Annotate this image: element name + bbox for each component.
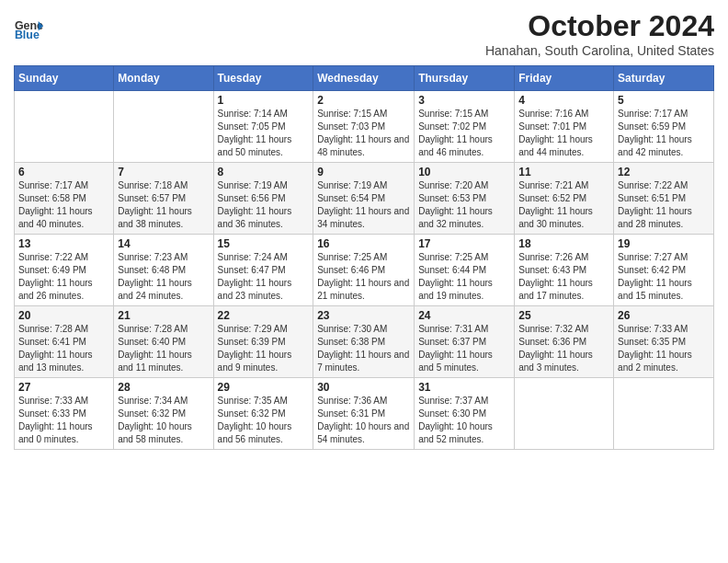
day-number: 26 [618,309,710,322]
sunrise: Sunrise: 7:22 AM [18,252,88,262]
day-info: Sunrise: 7:22 AM Sunset: 6:49 PM Dayligh… [18,251,109,303]
calendar-cell: 15 Sunrise: 7:24 AM Sunset: 6:47 PM Dayl… [213,235,313,306]
calendar-cell: 25 Sunrise: 7:32 AM Sunset: 6:36 PM Dayl… [515,306,614,378]
sunrise: Sunrise: 7:19 AM [218,180,288,190]
daylight: Daylight: 11 hours and 26 minutes. [18,278,93,301]
sunrise: Sunrise: 7:34 AM [118,396,188,406]
daylight: Daylight: 11 hours and 15 minutes. [618,278,692,301]
logo: General Blue [14,9,46,42]
sunset: Sunset: 6:38 PM [317,337,385,347]
daylight: Daylight: 11 hours and 28 minutes. [618,206,692,229]
day-info: Sunrise: 7:15 AM Sunset: 7:03 PM Dayligh… [317,108,410,159]
sunrise: Sunrise: 7:17 AM [18,180,88,190]
calendar-cell: 1 Sunrise: 7:14 AM Sunset: 7:05 PM Dayli… [213,91,313,163]
calendar-cell: 10 Sunrise: 7:20 AM Sunset: 6:53 PM Dayl… [415,163,515,235]
day-info: Sunrise: 7:25 AM Sunset: 6:44 PM Dayligh… [418,251,510,303]
day-number: 16 [317,237,410,250]
sunset: Sunset: 6:33 PM [18,408,86,419]
day-info: Sunrise: 7:15 AM Sunset: 7:02 PM Dayligh… [418,108,510,159]
sunset: Sunset: 6:58 PM [18,193,86,203]
calendar-cell: 11 Sunrise: 7:21 AM Sunset: 6:52 PM Dayl… [515,163,614,235]
sunrise: Sunrise: 7:33 AM [18,396,88,406]
col-wednesday: Wednesday [313,66,415,91]
daylight: Daylight: 11 hours and 7 minutes. [317,350,409,373]
sunrise: Sunrise: 7:30 AM [317,324,387,334]
day-number: 14 [118,237,209,250]
calendar-cell: 28 Sunrise: 7:34 AM Sunset: 6:32 PM Dayl… [114,378,213,450]
sunset: Sunset: 6:43 PM [518,265,586,275]
day-info: Sunrise: 7:17 AM Sunset: 6:58 PM Dayligh… [18,179,109,231]
col-thursday: Thursday [415,66,515,91]
daylight: Daylight: 11 hours and 48 minutes. [317,134,409,157]
calendar-cell: 7 Sunrise: 7:18 AM Sunset: 6:57 PM Dayli… [114,163,213,235]
daylight: Daylight: 11 hours and 11 minutes. [118,350,192,373]
calendar-cell: 30 Sunrise: 7:36 AM Sunset: 6:31 PM Dayl… [313,378,415,450]
sunrise: Sunrise: 7:18 AM [118,180,188,190]
day-number: 4 [518,94,609,107]
day-info: Sunrise: 7:14 AM Sunset: 7:05 PM Dayligh… [218,108,310,159]
sunset: Sunset: 6:53 PM [418,193,486,203]
sunset: Sunset: 6:42 PM [618,265,686,275]
calendar-cell: 18 Sunrise: 7:26 AM Sunset: 6:43 PM Dayl… [515,235,614,306]
day-info: Sunrise: 7:31 AM Sunset: 6:37 PM Dayligh… [418,323,510,374]
calendar-cell: 5 Sunrise: 7:17 AM Sunset: 6:59 PM Dayli… [614,91,714,163]
sunrise: Sunrise: 7:32 AM [518,324,588,334]
day-info: Sunrise: 7:27 AM Sunset: 6:42 PM Dayligh… [618,251,710,303]
sunrise: Sunrise: 7:15 AM [317,109,387,119]
sunset: Sunset: 7:03 PM [317,121,385,132]
daylight: Daylight: 11 hours and 24 minutes. [118,278,192,301]
sunrise: Sunrise: 7:25 AM [418,252,488,262]
calendar-cell: 16 Sunrise: 7:25 AM Sunset: 6:46 PM Dayl… [313,235,415,306]
week-row-3: 13 Sunrise: 7:22 AM Sunset: 6:49 PM Dayl… [15,235,714,306]
sunrise: Sunrise: 7:35 AM [218,396,288,406]
col-tuesday: Tuesday [213,66,313,91]
calendar-cell: 19 Sunrise: 7:27 AM Sunset: 6:42 PM Dayl… [614,235,714,306]
sunset: Sunset: 6:51 PM [618,193,686,203]
daylight: Daylight: 10 hours and 52 minutes. [418,421,493,444]
day-number: 8 [218,166,310,178]
day-info: Sunrise: 7:17 AM Sunset: 6:59 PM Dayligh… [618,108,710,159]
sunrise: Sunrise: 7:37 AM [418,396,488,406]
calendar-cell: 21 Sunrise: 7:28 AM Sunset: 6:40 PM Dayl… [114,306,213,378]
calendar-cell: 23 Sunrise: 7:30 AM Sunset: 6:38 PM Dayl… [313,306,415,378]
sunrise: Sunrise: 7:27 AM [618,252,688,262]
sunrise: Sunrise: 7:17 AM [618,109,688,119]
day-info: Sunrise: 7:33 AM Sunset: 6:33 PM Dayligh… [18,395,109,446]
sunset: Sunset: 6:44 PM [418,265,486,275]
day-number: 2 [317,94,410,107]
calendar-cell: 27 Sunrise: 7:33 AM Sunset: 6:33 PM Dayl… [15,378,114,450]
day-number: 18 [518,237,609,250]
week-row-4: 20 Sunrise: 7:28 AM Sunset: 6:41 PM Dayl… [15,306,714,378]
day-number: 25 [518,309,609,322]
daylight: Daylight: 11 hours and 46 minutes. [418,134,493,157]
week-row-1: 1 Sunrise: 7:14 AM Sunset: 7:05 PM Dayli… [15,91,714,163]
location: Hanahan, South Carolina, United States [485,43,714,58]
sunrise: Sunrise: 7:33 AM [618,324,688,334]
daylight: Daylight: 11 hours and 40 minutes. [18,206,93,229]
calendar-cell [614,378,714,450]
sunset: Sunset: 7:05 PM [218,121,286,132]
svg-text:Blue: Blue [15,29,40,41]
day-number: 31 [418,381,510,394]
daylight: Daylight: 10 hours and 58 minutes. [118,421,192,444]
calendar-cell [15,91,114,163]
sunrise: Sunrise: 7:29 AM [218,324,288,334]
day-info: Sunrise: 7:18 AM Sunset: 6:57 PM Dayligh… [118,179,209,231]
calendar-cell: 3 Sunrise: 7:15 AM Sunset: 7:02 PM Dayli… [415,91,515,163]
page: General Blue October 2024 Hanahan, South… [0,0,728,464]
day-number: 28 [118,381,209,394]
calendar-cell: 14 Sunrise: 7:23 AM Sunset: 6:48 PM Dayl… [114,235,213,306]
col-saturday: Saturday [614,66,714,91]
day-info: Sunrise: 7:23 AM Sunset: 6:48 PM Dayligh… [118,251,209,303]
calendar-cell: 26 Sunrise: 7:33 AM Sunset: 6:35 PM Dayl… [614,306,714,378]
sunrise: Sunrise: 7:25 AM [317,252,387,262]
month-title: October 2024 [485,9,714,43]
sunset: Sunset: 6:31 PM [317,408,385,419]
daylight: Daylight: 10 hours and 54 minutes. [317,421,409,444]
day-info: Sunrise: 7:30 AM Sunset: 6:38 PM Dayligh… [317,323,410,374]
sunrise: Sunrise: 7:31 AM [418,324,488,334]
col-monday: Monday [114,66,213,91]
title-section: October 2024 Hanahan, South Carolina, Un… [485,9,714,58]
day-info: Sunrise: 7:21 AM Sunset: 6:52 PM Dayligh… [518,179,609,231]
day-info: Sunrise: 7:20 AM Sunset: 6:53 PM Dayligh… [418,179,510,231]
